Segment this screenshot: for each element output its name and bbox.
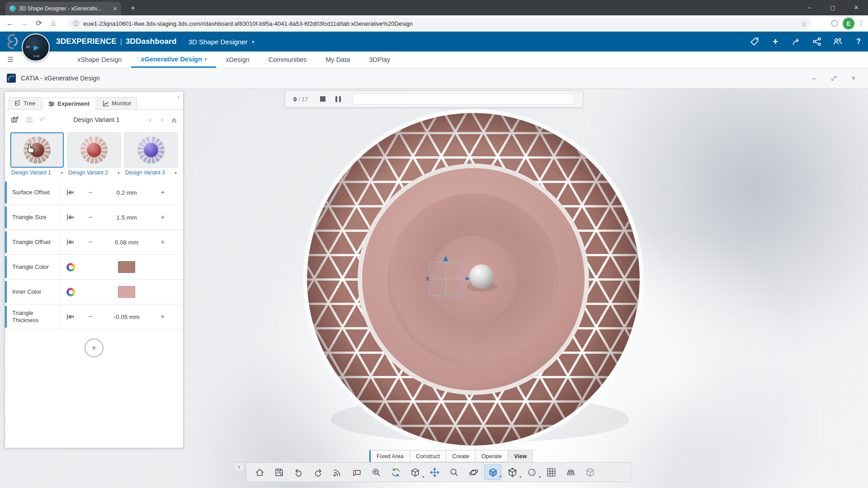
nav-item-communities[interactable]: Communities bbox=[259, 52, 316, 68]
variant-next-icon[interactable]: › bbox=[159, 116, 165, 124]
nav-caret-icon[interactable]: ▾ bbox=[205, 57, 207, 61]
brand-3ddashboard[interactable]: 3DDashboard bbox=[126, 37, 177, 46]
tool-isolate-cube[interactable]: ▾ bbox=[406, 465, 424, 480]
increment-button[interactable]: + bbox=[160, 188, 165, 197]
tab-construct[interactable]: Construct bbox=[410, 450, 446, 462]
add-parameter-button[interactable]: + bbox=[85, 338, 104, 357]
compass-icon[interactable]: 3D ▶ V+R bbox=[22, 33, 50, 61]
browser-profile-avatar[interactable]: E bbox=[843, 18, 854, 29]
add-content-icon[interactable]: + bbox=[770, 37, 780, 47]
color-wheel-icon[interactable] bbox=[66, 288, 75, 296]
variant-label[interactable]: Design Variant 2 bbox=[68, 169, 118, 176]
snapshot-icon[interactable] bbox=[25, 115, 34, 124]
tab-view[interactable]: View bbox=[508, 450, 533, 462]
tool-update-sync[interactable] bbox=[387, 465, 404, 480]
tool-work-plane[interactable] bbox=[562, 465, 579, 480]
center-sphere[interactable] bbox=[469, 264, 494, 289]
tool-orbit[interactable] bbox=[465, 465, 482, 480]
extensions-icon[interactable]: ◯ bbox=[831, 19, 838, 26]
tool-undo[interactable] bbox=[290, 465, 307, 480]
new-tab-button[interactable]: + bbox=[127, 3, 138, 13]
share-icon[interactable] bbox=[791, 37, 801, 47]
people-icon[interactable] bbox=[833, 37, 843, 47]
reload-icon[interactable]: ⟳ bbox=[32, 17, 46, 30]
app-title-caret-icon[interactable]: ▾ bbox=[252, 39, 255, 44]
tool-data-stream[interactable] bbox=[329, 465, 346, 480]
tool-shaded-view[interactable]: ▾ bbox=[484, 465, 501, 480]
nav-item-xdesign[interactable]: xDesign bbox=[216, 52, 259, 68]
panel-collapse-icon[interactable]: ‹ bbox=[178, 93, 179, 100]
tool-zoom-fit[interactable] bbox=[368, 465, 385, 480]
variant-label[interactable]: Design Variant 1 bbox=[11, 169, 61, 176]
variant-thumbnail[interactable] bbox=[124, 132, 178, 168]
increment-button[interactable]: + bbox=[160, 238, 165, 246]
variant-card-3[interactable]: Design Variant 3 ▾ bbox=[124, 132, 178, 176]
variant-prev-icon[interactable]: ‹ bbox=[147, 116, 153, 124]
variant-undo-icon[interactable]: ↶ bbox=[39, 116, 45, 124]
network-share-icon[interactable] bbox=[812, 37, 822, 47]
variant-thumbnail[interactable] bbox=[10, 132, 64, 168]
tool-home[interactable] bbox=[251, 465, 268, 480]
app-title[interactable]: 3D Shape Designer bbox=[189, 38, 248, 46]
nav-item-xgenerative-design[interactable]: xGenerative Design ▾ bbox=[131, 52, 216, 68]
forward-icon[interactable]: → bbox=[17, 17, 32, 30]
app-restore-icon[interactable]: ⤢ bbox=[831, 75, 836, 82]
tab-create[interactable]: Create bbox=[446, 450, 475, 462]
tool-section-box[interactable]: ▾ bbox=[504, 465, 521, 480]
tool-robot-frame[interactable] bbox=[348, 465, 365, 480]
tab-close-icon[interactable]: ✕ bbox=[113, 6, 117, 12]
param-value[interactable]: 1.5 mm bbox=[116, 214, 137, 221]
variant-card-2[interactable]: Design Variant 2 ▾ bbox=[67, 132, 121, 176]
tool-zoom-area[interactable] bbox=[445, 465, 462, 480]
triangle-color-swatch[interactable] bbox=[118, 261, 135, 273]
tool-render-style[interactable]: ▾ bbox=[523, 465, 540, 480]
nav-item-3dplay[interactable]: 3DPlay bbox=[359, 52, 400, 68]
toolbar-expander[interactable]: ˅ bbox=[234, 462, 244, 472]
help-icon[interactable]: ? bbox=[854, 37, 863, 47]
increment-button[interactable]: + bbox=[160, 313, 165, 321]
dropdown-caret-icon[interactable]: ▾ bbox=[422, 475, 424, 479]
variant-menu-caret-icon[interactable]: ▾ bbox=[175, 170, 177, 175]
increment-button[interactable]: + bbox=[160, 213, 165, 221]
earbud-model[interactable] bbox=[302, 108, 645, 451]
site-info-icon[interactable]: ⓘ bbox=[73, 20, 79, 28]
dropdown-caret-icon[interactable]: ▾ bbox=[519, 475, 521, 479]
window-minimize-button[interactable]: – bbox=[797, 0, 821, 15]
back-icon[interactable]: ← bbox=[3, 17, 17, 30]
tab-fixed-area[interactable]: Fixed Area bbox=[369, 450, 410, 462]
app-collapse-icon[interactable]: ˅ bbox=[852, 75, 855, 82]
slider-icon[interactable] bbox=[66, 238, 75, 247]
address-bar[interactable]: ⓘ euw1-23qna10601-ifwe.3dx-staging.3ds.c… bbox=[68, 18, 812, 30]
decrement-button[interactable]: − bbox=[88, 188, 92, 197]
tab-tree[interactable]: Tree bbox=[9, 97, 41, 109]
slider-icon[interactable] bbox=[66, 188, 75, 197]
dropdown-caret-icon[interactable]: ▾ bbox=[500, 474, 501, 479]
decrement-button[interactable]: − bbox=[88, 238, 92, 246]
param-value[interactable]: 0.08 mm bbox=[115, 239, 139, 246]
app-minimize-icon[interactable]: – bbox=[812, 75, 816, 82]
variant-thumbnail[interactable] bbox=[67, 132, 121, 168]
decrement-button[interactable]: − bbox=[88, 313, 92, 321]
nav-item-my-data[interactable]: My Data bbox=[316, 52, 359, 68]
decrement-button[interactable]: − bbox=[88, 213, 92, 221]
color-wheel-icon[interactable] bbox=[66, 263, 75, 272]
stop-icon[interactable] bbox=[320, 96, 326, 102]
tool-grid[interactable] bbox=[542, 465, 560, 480]
tab-monitor[interactable]: Monitor bbox=[97, 97, 137, 109]
window-maximize-button[interactable]: ▢ bbox=[821, 0, 844, 15]
variant-menu-caret-icon[interactable]: ▾ bbox=[118, 170, 120, 175]
timeline-track[interactable] bbox=[353, 94, 575, 104]
tag-icon[interactable] bbox=[750, 37, 760, 47]
slider-icon[interactable] bbox=[66, 213, 75, 222]
variant-card-1[interactable]: Design Variant 1 ▾ bbox=[10, 132, 64, 176]
browser-menu-icon[interactable]: ⋮ bbox=[858, 19, 864, 27]
tool-redo[interactable] bbox=[309, 465, 326, 480]
snapshot-add-icon[interactable] bbox=[10, 115, 19, 124]
tab-operate[interactable]: Operate bbox=[475, 450, 508, 462]
bookmark-star-icon[interactable]: ☆ bbox=[801, 20, 807, 28]
variant-menu-caret-icon[interactable]: ▾ bbox=[61, 170, 63, 175]
tool-save[interactable] bbox=[270, 465, 288, 480]
window-close-button[interactable]: ✕ bbox=[844, 0, 868, 15]
dropdown-caret-icon[interactable]: ▾ bbox=[539, 475, 541, 479]
pause-icon[interactable] bbox=[335, 96, 341, 102]
